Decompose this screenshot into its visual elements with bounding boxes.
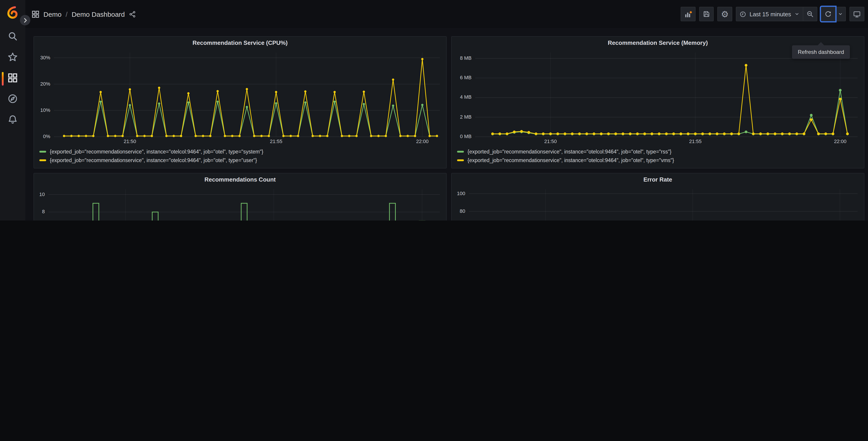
panel-error-rate: Error Rate 02040608010021:5021:5522:00 {… xyxy=(451,173,864,220)
sidebar: ⚙ ? xyxy=(0,0,25,220)
y-axis-tick-label: 10 xyxy=(37,191,45,197)
zoom-out-time-button[interactable] xyxy=(803,7,817,21)
legend-series-label: {exported_job="recommendationservice", i… xyxy=(467,149,672,154)
y-axis-tick-label: 0% xyxy=(37,134,50,139)
monitor-icon xyxy=(853,10,861,18)
refresh-dashboard-button[interactable] xyxy=(821,7,835,21)
search-icon xyxy=(8,31,18,43)
topbar: Demo / Demo Dashboard xyxy=(25,0,868,28)
panel-cpu: Recommendation Service (CPU%) 0%10%20%30… xyxy=(33,36,447,169)
clock-icon xyxy=(740,11,746,18)
chart-svg xyxy=(455,49,860,146)
add-panel-button[interactable] xyxy=(681,7,695,21)
grafana-logo-icon xyxy=(5,5,20,20)
refresh-controls xyxy=(821,7,846,21)
time-range-picker[interactable]: Last 15 minutes xyxy=(736,7,803,21)
save-icon xyxy=(703,10,710,18)
sidebar-expand-button[interactable] xyxy=(20,15,30,25)
cpu-legend: {exported_job="recommendationservice", i… xyxy=(34,146,446,168)
y-axis-tick-label: 10% xyxy=(37,107,50,113)
share-icon[interactable] xyxy=(129,11,136,18)
x-axis-tick-label: 22:00 xyxy=(830,139,850,144)
legend-series-marker xyxy=(457,151,464,152)
sidebar-item-dashboards[interactable] xyxy=(0,68,25,89)
legend-series-marker xyxy=(39,151,46,152)
star-icon xyxy=(8,52,18,64)
y-axis-tick-label: 8 xyxy=(37,209,45,214)
y-axis-tick-label: 4 MB xyxy=(455,94,471,100)
legend-item[interactable]: {exported_job="recommendationservice", i… xyxy=(39,147,441,156)
sidebar-item-alerting[interactable] xyxy=(0,110,25,131)
breadcrumb-dashboard[interactable]: Demo Dashboard xyxy=(71,10,125,18)
panel-title[interactable]: Recommendations Count xyxy=(34,173,446,186)
chevron-right-icon xyxy=(22,18,28,23)
tv-mode-button[interactable] xyxy=(849,7,864,21)
save-dashboard-button[interactable] xyxy=(699,7,714,21)
dashboard-grid: Recommendation Service (CPU%) 0%10%20%30… xyxy=(25,28,868,220)
active-indicator xyxy=(2,72,4,86)
legend-series-marker xyxy=(39,159,46,161)
memory-chart: 0 MB2 MB4 MB6 MB8 MB21:5021:5522:00 xyxy=(455,49,860,146)
x-axis-tick-label: 21:55 xyxy=(266,139,286,144)
toolbar: ⚙ Last 15 minutes xyxy=(681,7,864,21)
time-range-label: Last 15 minutes xyxy=(749,11,791,18)
grafana-logo[interactable] xyxy=(5,5,20,20)
y-axis-tick-label: 80 xyxy=(455,208,465,214)
cpu-chart: 0%10%20%30%21:5021:5522:00 xyxy=(37,49,443,146)
breadcrumb: Demo / Demo Dashboard xyxy=(32,10,136,18)
refresh-icon xyxy=(825,10,832,18)
legend-series-label: {exported_job="recommendationservice", i… xyxy=(467,157,674,163)
legend-item[interactable]: {exported_job="recommendationservice", i… xyxy=(457,156,859,164)
gear-icon: ⚙ xyxy=(721,10,728,18)
sidebar-item-explore[interactable] xyxy=(0,89,25,110)
chevron-down-icon xyxy=(794,11,800,17)
x-axis-tick-label: 21:50 xyxy=(540,139,561,144)
dashboard-settings-button[interactable]: ⚙ xyxy=(717,7,732,21)
chart-svg xyxy=(455,186,860,220)
compass-icon xyxy=(8,94,18,106)
legend-series-label: {exported_job="recommendationservice", i… xyxy=(50,157,257,163)
add-panel-icon xyxy=(684,10,692,18)
breadcrumb-separator: / xyxy=(66,10,67,18)
y-axis-tick-label: 2 MB xyxy=(455,114,471,119)
y-axis-tick-label: 8 MB xyxy=(455,55,471,61)
y-axis-tick-label: 30% xyxy=(37,55,50,60)
y-axis-tick-label: 20% xyxy=(37,81,50,86)
refresh-tooltip: Refresh dashboard xyxy=(792,45,850,59)
error-rate-chart: 02040608010021:5021:5522:00 xyxy=(455,186,860,220)
chart-svg xyxy=(37,186,443,220)
time-controls: Last 15 minutes xyxy=(736,7,817,21)
legend-item[interactable]: {exported_job="recommendationservice", i… xyxy=(457,147,859,156)
chart-svg xyxy=(37,49,443,146)
bell-icon xyxy=(8,115,18,126)
panel-title[interactable]: Error Rate xyxy=(452,173,864,186)
refresh-interval-dropdown[interactable] xyxy=(835,7,846,21)
y-axis-tick-label: 0 MB xyxy=(455,134,471,139)
sidebar-item-starred[interactable] xyxy=(0,48,25,68)
legend-series-label: {exported_job="recommendationservice", i… xyxy=(50,149,264,154)
grafana-app: ⚙ ? Demo / Demo Dashboar xyxy=(0,0,868,220)
legend-item[interactable]: {exported_job="recommendationservice", i… xyxy=(39,156,441,164)
memory-legend: {exported_job="recommendationservice", i… xyxy=(452,146,864,168)
apps-icon xyxy=(8,73,18,85)
dashboard-grid-icon xyxy=(32,10,39,18)
legend-series-marker xyxy=(457,159,464,161)
breadcrumb-folder[interactable]: Demo xyxy=(43,10,62,18)
sidebar-item-search[interactable] xyxy=(0,27,25,48)
panel-recommendations-count: Recommendations Count 024681021:5021:552… xyxy=(33,173,447,220)
y-axis-tick-label: 6 MB xyxy=(455,75,471,80)
zoom-out-icon xyxy=(806,10,814,18)
x-axis-tick-label: 21:50 xyxy=(120,139,140,144)
chevron-down-icon xyxy=(838,11,843,17)
recommendations-chart: 024681021:5021:5522:00 xyxy=(37,186,443,220)
panel-title[interactable]: Recommendation Service (CPU%) xyxy=(34,37,446,49)
x-axis-tick-label: 22:00 xyxy=(412,139,433,144)
x-axis-tick-label: 21:55 xyxy=(685,139,706,144)
y-axis-tick-label: 100 xyxy=(455,190,465,196)
